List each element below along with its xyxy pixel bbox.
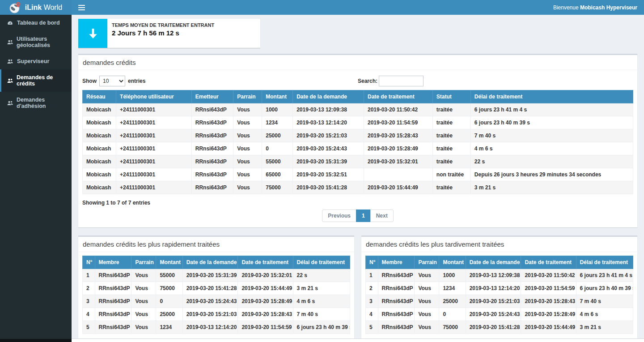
- previous-page-button[interactable]: Previous: [322, 209, 356, 222]
- cell: 2019-03-20 15:24:43: [182, 295, 238, 308]
- cell: RRnsi643dP: [378, 308, 415, 321]
- cell: 25000: [156, 308, 182, 321]
- column-header: N°: [366, 256, 378, 269]
- cell: Vous: [131, 269, 156, 282]
- cell: 6 jours 23 h 41 m 4 s: [470, 103, 633, 116]
- cell: 6 jours 23 h 40 m 39 s: [576, 282, 633, 295]
- column-header[interactable]: Statut: [432, 90, 470, 103]
- cell: Mobicash: [83, 181, 116, 194]
- column-header[interactable]: Parrain: [233, 90, 262, 103]
- column-header: Montant: [439, 256, 466, 269]
- column-header[interactable]: Réseau: [83, 90, 116, 103]
- cell: 5: [83, 321, 95, 334]
- sidebar-toggle-icon[interactable]: [72, 0, 92, 15]
- cell: [364, 168, 432, 181]
- cell: Vous: [233, 168, 262, 181]
- cell: 2019-03-13 12:14:20: [466, 282, 521, 295]
- cell: 2019-03-20 15:31:39: [293, 155, 364, 168]
- cell: 2019-03-20 15:32:51: [293, 168, 364, 181]
- cell: 2019-03-20 11:50:42: [521, 269, 576, 282]
- column-header[interactable]: Délai de traitement: [470, 90, 633, 103]
- slowest-credits-panel: demandes crédits les plus tardivement tr…: [361, 235, 637, 338]
- cell: Vous: [233, 155, 262, 168]
- cell: traitée: [432, 103, 470, 116]
- credits-panel: demandes crédits Show 10 entries Search:: [78, 54, 637, 227]
- column-header: Membre: [378, 256, 415, 269]
- cell: 2019-03-20 15:28:49: [521, 308, 576, 321]
- sidebar-item-label: Superviseur: [17, 58, 49, 64]
- cell: 4: [83, 308, 95, 321]
- credits-panel-title: demandes crédits: [78, 55, 637, 70]
- cell: 5: [366, 321, 378, 334]
- cell: Vous: [415, 269, 439, 282]
- column-header[interactable]: Date de la demande: [293, 90, 364, 103]
- column-header: Parrain: [131, 256, 156, 269]
- page-footer: Copyright © iLink World Corporation. All…: [72, 338, 644, 342]
- cell: 3 m 21 s: [576, 321, 633, 334]
- column-header: Date de traitement: [238, 256, 293, 269]
- table-info: Showing 1 to 7 of 7 entries: [82, 200, 633, 206]
- cell: Vous: [233, 181, 262, 194]
- column-header[interactable]: Téléphone utilisateur: [116, 90, 192, 103]
- page-length-select[interactable]: 10: [99, 76, 125, 86]
- cell: Mobicash: [83, 103, 116, 116]
- page-length-control: Show 10 entries: [82, 76, 358, 86]
- cell: 1000: [439, 269, 466, 282]
- search-input[interactable]: [379, 76, 424, 86]
- cell: 1: [366, 269, 378, 282]
- table-row: Mobicash+24111000301RRnsi643dPVous250002…: [83, 129, 633, 142]
- column-header[interactable]: Emetteur: [191, 90, 233, 103]
- table-row: 1RRnsi643dPVous10002019-03-13 12:09:3820…: [366, 269, 633, 282]
- cell: 7 m 40 s: [576, 295, 633, 308]
- cell: 2019-03-20 15:31:39: [182, 269, 238, 282]
- welcome-message: Bienvenue Mobicash Hyperviseur: [553, 4, 644, 11]
- cell: Vous: [415, 321, 439, 334]
- column-header: Date de la demande: [466, 256, 521, 269]
- cell: 4 m 6 s: [576, 308, 633, 321]
- sidebar-item-label: Utilisateurs géolocalisés: [17, 36, 69, 48]
- cell: 3: [83, 295, 95, 308]
- cell: traitée: [432, 155, 470, 168]
- sidebar-item-tableau-de-bord[interactable]: Tableau de bord: [0, 15, 72, 31]
- slowest-panel-title: demandes crédits les plus tardivement tr…: [361, 237, 637, 252]
- cell: 2019-03-20 11:50:42: [364, 103, 432, 116]
- table-row: Mobicash+24111000301RRnsi643dPVous650002…: [83, 168, 633, 181]
- cell: RRnsi643dP: [378, 269, 415, 282]
- table-row: 3RRnsi643dPVous250002019-03-20 15:21:032…: [366, 295, 633, 308]
- cell: Vous: [233, 129, 262, 142]
- dashboard-icon: [7, 20, 13, 26]
- cell: RRnsi643dP: [191, 129, 233, 142]
- sidebar-item-utilisateurs-g-olocalis-s[interactable]: Utilisateurs géolocalisés: [0, 31, 72, 53]
- cell: 4 m 6 s: [470, 142, 633, 155]
- sidebar: Tableau de bordUtilisateurs géolocalisés…: [0, 15, 72, 339]
- cell: 75000: [262, 181, 293, 194]
- sidebar-item-demandes-d-adh-sion[interactable]: Demandes d'adhésion: [0, 92, 72, 114]
- cell: Vous: [131, 295, 156, 308]
- cell: 2019-03-20 15:32:01: [364, 155, 432, 168]
- cell: traitée: [432, 129, 470, 142]
- cell: 2019-03-20 11:54:59: [364, 116, 432, 129]
- next-page-button[interactable]: Next: [370, 209, 394, 222]
- sidebar-item-superviseur[interactable]: Superviseur: [0, 53, 72, 69]
- cell: 2019-03-20 15:21:03: [293, 129, 364, 142]
- cell: Vous: [233, 103, 262, 116]
- cell: +24111000301: [116, 103, 192, 116]
- cell: RRnsi643dP: [378, 321, 415, 334]
- column-header[interactable]: Date de traitement: [364, 90, 432, 103]
- cell: 4 m 6 s: [293, 295, 350, 308]
- table-row: 5RRnsi643dPVous12342019-03-13 12:14:2020…: [83, 321, 350, 334]
- page-1-button[interactable]: 1: [356, 209, 371, 222]
- cell: 2019-03-20 15:21:03: [466, 295, 521, 308]
- sidebar-item-demandes-de-cr-dits[interactable]: Demandes de crédits: [0, 69, 72, 92]
- cell: 55000: [262, 155, 293, 168]
- cell: RRnsi643dP: [191, 168, 233, 181]
- cell: 2019-03-20 15:44:49: [364, 181, 432, 194]
- brand[interactable]: iLink World: [0, 0, 72, 15]
- cell: 7 m 40 s: [293, 308, 350, 321]
- column-header: Montant: [156, 256, 182, 269]
- cell: RRnsi643dP: [378, 295, 415, 308]
- cell: 2019-03-13 12:14:20: [293, 116, 364, 129]
- fastest-credits-table: N°MembreParrainMontantDate de la demande…: [82, 256, 350, 334]
- cell: 2019-03-20 15:41:28: [182, 282, 238, 295]
- column-header[interactable]: Montant: [262, 90, 293, 103]
